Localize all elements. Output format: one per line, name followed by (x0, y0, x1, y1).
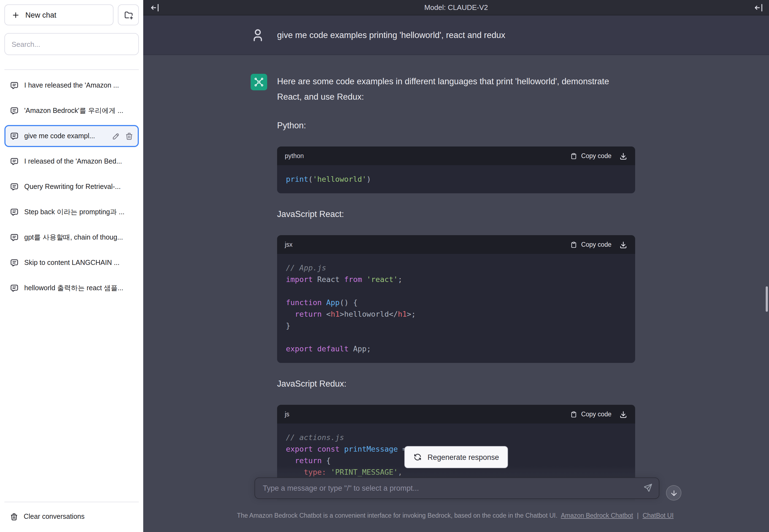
sidebar: New chat I have released the 'Amazon ...… (0, 0, 143, 532)
python-heading: Python: (277, 118, 635, 133)
scrollbar-thumb[interactable] (766, 286, 768, 312)
send-button[interactable] (643, 483, 653, 492)
app-root: New chat I have released the 'Amazon ...… (0, 0, 769, 532)
send-icon (643, 483, 653, 492)
chatbot-ui-link[interactable]: ChatBot UI (643, 512, 674, 519)
trash-icon (10, 512, 18, 521)
conversation-title: gpt를 사용할때, chain of thoug... (24, 233, 133, 242)
arrow-bar-left-icon (754, 2, 763, 12)
conversation-item[interactable]: Step back 이라는 prompting과 ... (4, 201, 139, 223)
code-block-header: jsx Copy code (277, 235, 635, 254)
conversation-item[interactable]: Query Rewriting for Retrieval-... (4, 176, 139, 198)
chat-bubble-icon (10, 182, 19, 191)
arrow-bar-left-icon (150, 2, 160, 12)
conversation-title: 'Amazon Bedrock'를 우리에게 ... (24, 106, 133, 115)
conversation-title: Skip to content LANGCHAIN ... (24, 259, 133, 267)
toggle-left-sidebar-button[interactable] (150, 2, 160, 12)
clear-conversations-button[interactable]: Clear conversations (4, 506, 139, 528)
download-icon (619, 410, 627, 418)
assistant-intro-text: Here are some code examples in different… (277, 74, 635, 105)
sidebar-bottom-divider (4, 502, 139, 502)
conversation-title: Query Rewriting for Retrieval-... (24, 183, 133, 191)
code-content: print('helloworld') (277, 165, 635, 193)
conversation-item[interactable]: helloworld 출력하는 react 샘플... (4, 277, 139, 299)
download-code-button[interactable] (619, 240, 627, 249)
new-chat-label: New chat (25, 11, 56, 19)
download-icon (619, 152, 627, 160)
copy-code-label: Copy code (581, 411, 611, 417)
bedrock-chatbot-link[interactable]: Amazon Bedrock Chatbot (561, 512, 633, 519)
new-chat-button[interactable]: New chat (4, 4, 113, 25)
user-message-text: give me code examples printing 'hellowor… (277, 30, 505, 40)
copy-code-button[interactable]: Copy code (570, 411, 611, 418)
conversation-item[interactable]: 'Amazon Bedrock'를 우리에게 ... (4, 100, 139, 122)
conversation-title: give me code exampl... (24, 132, 106, 140)
copy-code-button[interactable]: Copy code (570, 152, 611, 159)
code-block-header: js Copy code (277, 405, 635, 424)
clear-conversations-label: Clear conversations (24, 513, 85, 520)
message-input[interactable] (254, 477, 659, 499)
clipboard-icon (570, 241, 577, 248)
scroll-to-bottom-button[interactable] (666, 485, 681, 501)
conversation-title: I released of the 'Amazon Bed... (24, 158, 133, 165)
code-block-python: python Copy code print('helloworld') (277, 146, 635, 193)
chat-bubble-icon (10, 81, 19, 90)
user-avatar-icon (251, 28, 265, 42)
chat-bubble-icon (10, 284, 19, 292)
conversation-title: Step back 이라는 prompting과 ... (24, 207, 133, 217)
main-area: Model: CLAUDE-V2 give me code examples p… (143, 0, 769, 532)
toggle-right-sidebar-button[interactable] (754, 2, 763, 12)
conversation-item[interactable]: gpt를 사용할때, chain of thoug... (4, 226, 139, 248)
user-message-row: give me code examples printing 'hellowor… (143, 15, 769, 55)
regenerate-label: Regenerate response (427, 453, 499, 461)
conversation-list: I have released the 'Amazon ... 'Amazon … (4, 74, 139, 299)
search-input[interactable] (4, 33, 139, 55)
topbar: Model: CLAUDE-V2 (143, 0, 769, 15)
conversation-item[interactable]: Skip to content LANGCHAIN ... (4, 252, 139, 274)
copy-code-label: Copy code (581, 153, 611, 159)
assistant-message-body: Here are some code examples in different… (277, 74, 635, 506)
footer-note: The Amazon Bedrock Chatbot is a convenie… (143, 512, 769, 519)
regenerate-button[interactable]: Regenerate response (404, 446, 508, 468)
conversation-title: I have released the 'Amazon ... (24, 82, 133, 89)
chat-bubble-icon (10, 233, 19, 242)
folder-plus-icon (124, 10, 133, 20)
footer-text: The Amazon Bedrock Chatbot is a convenie… (237, 512, 557, 519)
conversation-title: helloworld 출력하는 react 샘플... (24, 283, 133, 293)
arrow-down-icon (670, 489, 678, 497)
refresh-icon (413, 453, 422, 462)
redux-heading: JavaScript Redux: (277, 376, 635, 392)
sidebar-footer: Clear conversations (4, 502, 139, 528)
code-block-header: python Copy code (277, 146, 635, 165)
sidebar-divider (4, 69, 139, 70)
conversation-item[interactable]: I released of the 'Amazon Bed... (4, 150, 139, 172)
conversation-item[interactable]: I have released the 'Amazon ... (4, 74, 139, 96)
code-block-jsx: jsx Copy code // App.jsimport React from… (277, 235, 635, 363)
clipboard-icon (570, 152, 577, 159)
footer-separator: | (637, 512, 639, 519)
plus-icon (12, 11, 20, 19)
chat-bubble-icon (10, 157, 19, 166)
code-language-label: js (285, 411, 562, 417)
code-language-label: jsx (285, 241, 562, 248)
download-icon (619, 240, 627, 249)
assistant-avatar-icon (251, 74, 267, 90)
chat-bubble-icon (10, 258, 19, 267)
code-content: // App.jsimport React from 'react'; func… (277, 254, 635, 363)
new-folder-button[interactable] (118, 4, 139, 25)
download-code-button[interactable] (619, 410, 627, 418)
edit-pencil-icon[interactable] (112, 132, 120, 140)
composer (254, 477, 659, 499)
react-heading: JavaScript React: (277, 207, 635, 222)
code-language-label: python (285, 153, 562, 159)
delete-trash-icon[interactable] (125, 132, 133, 140)
download-code-button[interactable] (619, 152, 627, 160)
conversation-item[interactable]: give me code exampl... (4, 125, 139, 147)
copy-code-button[interactable]: Copy code (570, 241, 611, 248)
clipboard-icon (570, 411, 577, 418)
chat-bubble-icon (10, 208, 19, 216)
copy-code-label: Copy code (581, 241, 611, 248)
model-label: Model: CLAUDE-V2 (424, 3, 488, 12)
chat-bubble-icon (10, 132, 19, 140)
chat-bubble-icon (10, 106, 19, 115)
